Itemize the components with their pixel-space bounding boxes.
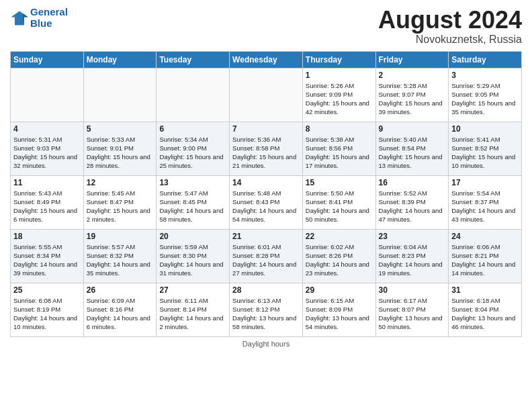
day-info: Sunrise: 5:47 AM Sunset: 8:45 PM Dayligh…	[159, 189, 226, 224]
calendar-cell: 9Sunrise: 5:40 AM Sunset: 8:54 PM Daylig…	[375, 122, 449, 175]
title-area: August 2024 Novokuznetsk, Russia	[378, 7, 522, 46]
day-number: 29	[306, 285, 373, 295]
location-subtitle: Novokuznetsk, Russia	[378, 34, 522, 46]
day-info: Sunrise: 5:38 AM Sunset: 8:56 PM Dayligh…	[306, 135, 373, 171]
day-number: 14	[232, 178, 300, 187]
day-number: 20	[159, 232, 226, 241]
day-info: Sunrise: 5:52 AM Sunset: 8:39 PM Dayligh…	[379, 189, 446, 224]
day-number: 18	[13, 232, 81, 241]
day-number: 13	[159, 178, 226, 187]
day-info: Sunrise: 5:28 AM Sunset: 9:07 PM Dayligh…	[379, 81, 446, 117]
header-wednesday: Wednesday	[230, 51, 303, 68]
calendar-week-2: 4Sunrise: 5:31 AM Sunset: 9:03 PM Daylig…	[11, 122, 522, 175]
day-info: Sunrise: 6:18 AM Sunset: 8:04 PM Dayligh…	[451, 296, 519, 332]
calendar-cell: 16Sunrise: 5:52 AM Sunset: 8:39 PM Dayli…	[375, 175, 449, 229]
calendar-cell	[157, 68, 230, 122]
day-info: Sunrise: 5:54 AM Sunset: 8:37 PM Dayligh…	[451, 189, 519, 224]
calendar-week-1: 1Sunrise: 5:26 AM Sunset: 9:09 PM Daylig…	[11, 68, 522, 122]
day-info: Sunrise: 6:06 AM Sunset: 8:21 PM Dayligh…	[451, 242, 519, 278]
day-number: 8	[306, 124, 373, 134]
header-monday: Monday	[83, 51, 157, 68]
calendar-header-row: Sunday Monday Tuesday Wednesday Thursday…	[11, 51, 522, 68]
day-info: Sunrise: 5:41 AM Sunset: 8:52 PM Dayligh…	[451, 135, 519, 171]
day-number: 31	[451, 285, 519, 295]
day-info: Sunrise: 6:01 AM Sunset: 8:28 PM Dayligh…	[232, 242, 300, 278]
header-saturday: Saturday	[449, 51, 522, 68]
day-info: Sunrise: 5:45 AM Sunset: 8:47 PM Dayligh…	[87, 189, 154, 224]
day-number: 17	[451, 178, 519, 187]
calendar-cell: 23Sunrise: 6:04 AM Sunset: 8:23 PM Dayli…	[375, 229, 449, 283]
day-info: Sunrise: 5:55 AM Sunset: 8:34 PM Dayligh…	[13, 242, 81, 278]
header-friday: Friday	[375, 51, 449, 68]
header-sunday: Sunday	[11, 51, 84, 68]
page-container: General Blue August 2024 Novokuznetsk, R…	[0, 0, 532, 351]
header-tuesday: Tuesday	[157, 51, 230, 68]
day-info: Sunrise: 6:17 AM Sunset: 8:07 PM Dayligh…	[379, 296, 446, 332]
day-info: Sunrise: 6:02 AM Sunset: 8:26 PM Dayligh…	[306, 242, 373, 278]
day-number: 7	[232, 124, 300, 134]
header: General Blue August 2024 Novokuznetsk, R…	[10, 7, 522, 46]
day-number: 19	[87, 232, 154, 241]
calendar-cell: 19Sunrise: 5:57 AM Sunset: 8:32 PM Dayli…	[83, 229, 157, 283]
day-info: Sunrise: 5:29 AM Sunset: 9:05 PM Dayligh…	[451, 81, 519, 117]
day-number: 4	[13, 124, 81, 134]
calendar-cell: 24Sunrise: 6:06 AM Sunset: 8:21 PM Dayli…	[449, 229, 522, 283]
day-info: Sunrise: 5:48 AM Sunset: 8:43 PM Dayligh…	[232, 189, 300, 224]
calendar-cell: 22Sunrise: 6:02 AM Sunset: 8:26 PM Dayli…	[302, 229, 375, 283]
logo: General Blue	[10, 7, 68, 29]
day-info: Sunrise: 5:33 AM Sunset: 9:01 PM Dayligh…	[87, 135, 154, 171]
day-number: 22	[306, 232, 373, 241]
day-number: 16	[379, 178, 446, 187]
day-info: Sunrise: 5:59 AM Sunset: 8:30 PM Dayligh…	[159, 242, 226, 278]
calendar-table: Sunday Monday Tuesday Wednesday Thursday…	[10, 51, 522, 337]
day-info: Sunrise: 5:57 AM Sunset: 8:32 PM Dayligh…	[87, 242, 154, 278]
day-info: Sunrise: 5:43 AM Sunset: 8:49 PM Dayligh…	[13, 189, 81, 224]
calendar-cell: 17Sunrise: 5:54 AM Sunset: 8:37 PM Dayli…	[449, 175, 522, 229]
day-info: Sunrise: 6:11 AM Sunset: 8:14 PM Dayligh…	[159, 296, 226, 332]
day-number: 6	[159, 124, 226, 134]
day-info: Sunrise: 5:36 AM Sunset: 8:58 PM Dayligh…	[232, 135, 300, 171]
calendar-cell: 5Sunrise: 5:33 AM Sunset: 9:01 PM Daylig…	[83, 122, 157, 175]
day-number: 12	[87, 178, 154, 187]
calendar-cell: 27Sunrise: 6:11 AM Sunset: 8:14 PM Dayli…	[157, 283, 230, 336]
calendar-cell: 4Sunrise: 5:31 AM Sunset: 9:03 PM Daylig…	[11, 122, 84, 175]
calendar-cell: 20Sunrise: 5:59 AM Sunset: 8:30 PM Dayli…	[157, 229, 230, 283]
calendar-cell: 11Sunrise: 5:43 AM Sunset: 8:49 PM Dayli…	[11, 175, 84, 229]
calendar-cell	[230, 68, 303, 122]
day-info: Sunrise: 5:31 AM Sunset: 9:03 PM Dayligh…	[13, 135, 81, 171]
calendar-cell: 14Sunrise: 5:48 AM Sunset: 8:43 PM Dayli…	[230, 175, 303, 229]
calendar-week-5: 25Sunrise: 6:08 AM Sunset: 8:19 PM Dayli…	[11, 283, 522, 336]
calendar-cell: 25Sunrise: 6:08 AM Sunset: 8:19 PM Dayli…	[11, 283, 84, 336]
day-number: 9	[379, 124, 446, 134]
day-number: 26	[87, 285, 154, 295]
calendar-cell: 12Sunrise: 5:45 AM Sunset: 8:47 PM Dayli…	[83, 175, 157, 229]
day-number: 27	[159, 285, 226, 295]
calendar-cell: 6Sunrise: 5:34 AM Sunset: 9:00 PM Daylig…	[157, 122, 230, 175]
calendar-cell: 13Sunrise: 5:47 AM Sunset: 8:45 PM Dayli…	[157, 175, 230, 229]
calendar-week-3: 11Sunrise: 5:43 AM Sunset: 8:49 PM Dayli…	[11, 175, 522, 229]
day-info: Sunrise: 6:15 AM Sunset: 8:09 PM Dayligh…	[306, 296, 373, 332]
day-number: 11	[13, 178, 81, 187]
calendar-cell: 8Sunrise: 5:38 AM Sunset: 8:56 PM Daylig…	[302, 122, 375, 175]
day-number: 5	[87, 124, 154, 134]
calendar-week-4: 18Sunrise: 5:55 AM Sunset: 8:34 PM Dayli…	[11, 229, 522, 283]
calendar-cell: 3Sunrise: 5:29 AM Sunset: 9:05 PM Daylig…	[449, 68, 522, 122]
day-number: 10	[451, 124, 519, 134]
day-info: Sunrise: 6:04 AM Sunset: 8:23 PM Dayligh…	[379, 242, 446, 278]
day-number: 1	[306, 71, 373, 80]
month-year-title: August 2024	[378, 7, 522, 34]
header-thursday: Thursday	[302, 51, 375, 68]
day-number: 24	[451, 232, 519, 241]
day-info: Sunrise: 5:40 AM Sunset: 8:54 PM Dayligh…	[379, 135, 446, 171]
day-number: 3	[451, 71, 519, 80]
day-number: 23	[379, 232, 446, 241]
day-number: 28	[232, 285, 300, 295]
day-number: 25	[13, 285, 81, 295]
calendar-cell: 2Sunrise: 5:28 AM Sunset: 9:07 PM Daylig…	[375, 68, 449, 122]
calendar-cell: 31Sunrise: 6:18 AM Sunset: 8:04 PM Dayli…	[449, 283, 522, 336]
day-info: Sunrise: 6:13 AM Sunset: 8:12 PM Dayligh…	[232, 296, 300, 332]
calendar-cell: 18Sunrise: 5:55 AM Sunset: 8:34 PM Dayli…	[11, 229, 84, 283]
logo-icon	[10, 9, 29, 28]
logo-text: General Blue	[30, 7, 68, 29]
calendar-cell: 10Sunrise: 5:41 AM Sunset: 8:52 PM Dayli…	[449, 122, 522, 175]
